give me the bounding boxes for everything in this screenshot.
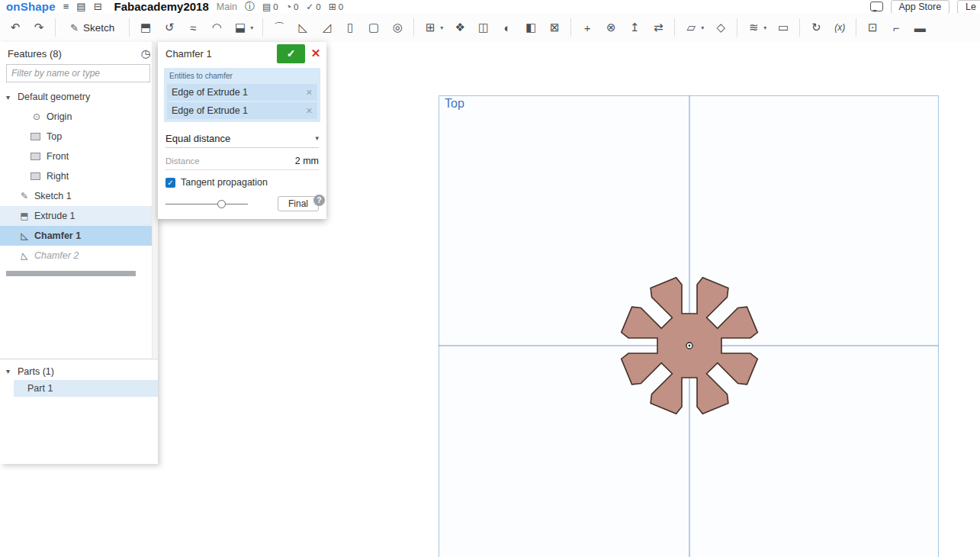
help-icon[interactable]: ? [313,195,325,206]
final-button[interactable]: Final [278,196,319,211]
parts-section: ▾ Parts (1) Part 1 [0,359,158,397]
delete-part-icon[interactable]: ⊠ [544,17,565,38]
move-face-icon[interactable]: ↥ [624,17,645,38]
sheet-metal-icon[interactable]: ≋ [743,17,764,38]
toolbar-separator [799,18,800,37]
slab-icon[interactable]: ▬ [909,17,930,38]
document-title[interactable]: Fabacademy2018 [114,0,209,13]
chevron-down-icon[interactable]: ▾ [440,24,447,31]
distance-value[interactable]: 2 mm [295,156,319,166]
sidebar-item-chamfer2[interactable]: ◺ Chamfer 2 [0,246,158,266]
draft-icon[interactable]: ◿ [316,17,337,38]
remove-entity-icon[interactable]: ✕ [306,88,313,98]
sidebar-item-extrude1[interactable]: ⬒ Extrude 1 [0,206,158,226]
confirm-button[interactable]: ✓ [277,44,305,63]
remove-entity-icon[interactable]: ✕ [306,106,313,116]
clock-icon: ◔ [286,2,291,12]
entities-list[interactable]: Entities to chamfer Edge of Extrude 1 ✕ … [164,68,320,122]
shell-icon[interactable]: ▢ [363,17,384,38]
tree-label: Default geometry [18,92,90,102]
documents-count[interactable]: ▤ 0 [262,2,278,12]
learning-center-button[interactable]: Le [957,0,980,13]
undo-button[interactable]: ↶ [5,17,26,38]
workspace-name[interactable]: Main [217,2,237,12]
loft-icon[interactable]: ◠ [206,17,227,38]
slider-handle[interactable] [217,200,226,208]
distance-field[interactable]: Distance 2 mm [165,153,319,170]
features-title: Features (8) [8,48,62,60]
tab-icon[interactable]: ⌐ [885,17,907,38]
rib-icon[interactable]: ▯ [339,17,361,38]
linear-pattern-icon[interactable]: ⊞ [419,17,441,38]
redo-button[interactable]: ↷ [28,17,50,38]
split-icon[interactable]: ◧ [520,17,541,38]
sidebar-item-right-plane[interactable]: Right [0,166,158,186]
chamfer-icon[interactable]: ◺ [292,17,313,38]
circular-pattern-icon[interactable]: ❖ [449,17,471,38]
hole-icon[interactable]: ◎ [387,17,408,38]
chevron-down-icon[interactable]: ▾ [6,93,18,101]
app-store-button[interactable]: App Store [891,0,950,13]
variable-icon[interactable]: (x) [829,17,850,38]
delete-face-icon[interactable]: ⊗ [600,17,622,38]
tasks-count[interactable]: ✓ 0 [306,2,320,12]
chevron-down-icon[interactable]: ▾ [6,367,18,375]
dialog-header[interactable]: Chamfer 1 ✓ ✕ [158,42,326,65]
sidebar-item-sketch1[interactable]: ✎ Sketch 1 [0,186,158,206]
menu-icon[interactable]: ≡ [63,1,69,12]
rollback-bar[interactable] [6,271,136,276]
chevron-down-icon[interactable]: ▾ [250,24,257,31]
frame-icon[interactable]: ⊡ [862,17,883,38]
preview-slider[interactable] [165,204,248,204]
chamfer-feature-icon: ◺ [18,250,31,261]
top-header: onShape ≡ ▤ ⊟ Fabacademy2018 Main ⓘ ▤ 0 … [0,0,980,13]
chevron-down-icon[interactable]: ▾ [701,24,708,31]
view-orientation-label: Top [445,97,464,111]
versions-icon[interactable]: ⊟ [94,1,102,12]
boolean-icon[interactable]: ◐ [496,17,518,38]
sidebar-item-top-plane[interactable]: Top [0,127,158,146]
transform-icon[interactable]: + [577,17,598,38]
chamfer-type-select[interactable]: Equal distance ▾ [165,129,319,148]
fillet-icon[interactable]: ⌒ [268,17,290,38]
selected-option: Equal distance [165,133,230,144]
tree-label: Right [47,171,69,182]
sketch-button[interactable]: ✎ Sketch [61,22,124,34]
replace-face-icon[interactable]: ⇄ [647,17,669,38]
parts-header[interactable]: ▾ Parts (1) [0,362,158,380]
distance-label: Distance [165,156,200,166]
panel-scrollbar[interactable] [152,42,158,358]
sidebar-item-part1[interactable]: Part 1 [14,380,158,397]
part-label: Part 1 [27,383,53,394]
chat-icon[interactable] [870,2,883,11]
chevron-down-icon[interactable]: ▾ [763,24,770,31]
info-icon[interactable]: ⓘ [245,0,255,13]
checkbox-checked-icon[interactable]: ✓ [165,178,175,188]
history-count[interactable]: ◔ 0 [286,2,299,12]
tangent-propagation-option[interactable]: ✓ Tangent propagation [165,177,319,188]
entity-item[interactable]: Edge of Extrude 1 ✕ [167,84,317,101]
boundary-surface-icon[interactable]: ◇ [710,17,731,38]
entity-item[interactable]: Edge of Extrude 1 ✕ [167,102,317,119]
shares-count[interactable]: ⊞ 0 [329,2,343,12]
tree-label: Origin [47,111,72,122]
sidebar-item-origin[interactable]: ⊙ Origin [0,107,158,127]
documents-icon[interactable]: ▤ [76,1,85,12]
history-icon[interactable]: ◷ [141,47,150,60]
offset-surface-icon[interactable]: ▱ [680,17,702,38]
onshape-logo[interactable]: onShape [6,0,56,13]
revolve-icon[interactable]: ↺ [159,17,180,38]
extrude-icon[interactable]: ⬒ [135,17,156,38]
sidebar-item-front-plane[interactable]: Front [0,146,158,166]
tree-label: Chamfer 2 [34,250,79,261]
flatten-icon[interactable]: ▭ [773,17,794,38]
sweep-icon[interactable]: ≈ [182,17,204,38]
helix-icon[interactable]: ↻ [805,17,827,38]
sidebar-item-chamfer1[interactable]: ◺ Chamfer 1 [0,226,158,246]
mirror-icon[interactable]: ◫ [473,17,494,38]
cancel-button[interactable]: ✕ [305,44,326,63]
thicken-icon[interactable]: ⬓ [230,17,251,38]
sidebar-item-default-geometry[interactable]: ▾ Default geometry [0,87,158,107]
toolbar-separator [570,18,571,37]
filter-input[interactable] [6,64,150,82]
